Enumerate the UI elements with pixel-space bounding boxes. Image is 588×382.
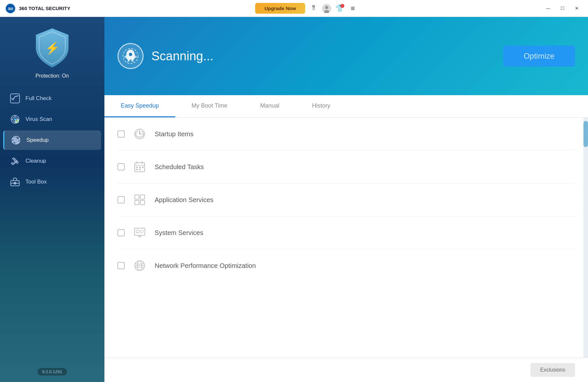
app-title: 360 TOTAL SECURITY [19,6,70,11]
cleanup-label: Cleanup [25,158,46,164]
rocket-icon-circle [117,43,144,69]
content-header: Scanning... Optimize [104,17,588,95]
tab-history[interactable]: History [296,95,347,117]
scheduled-tasks-checkbox[interactable] [117,163,125,170]
tshirt-icon[interactable]: 👕 ! [335,4,344,13]
network-performance-checkbox[interactable] [117,262,125,269]
system-services-icon [132,226,147,240]
svg-text:360: 360 [8,7,13,11]
speedup-label: Speedup [26,137,49,143]
application-services-label: Application Services [155,196,213,204]
svg-rect-29 [135,195,139,199]
items-list: Startup Items [104,118,588,358]
svg-rect-36 [136,230,139,233]
list-item: Startup Items [117,118,575,151]
scheduled-tasks-icon [132,160,147,174]
list-item: Application Services [117,184,575,216]
close-button[interactable]: ✕ [571,4,583,13]
svg-rect-26 [142,167,144,168]
startup-items-label: Startup Items [155,130,193,138]
svg-rect-14 [14,182,16,184]
speedup-icon [11,135,21,145]
svg-rect-27 [136,169,138,170]
svg-rect-30 [140,195,145,199]
startup-items-icon [132,127,147,141]
upgrade-button[interactable]: Upgrade Now [255,3,305,14]
tabs-bar: Easy Speedup My Boot Time Manual History [104,95,588,118]
svg-point-3 [325,6,328,9]
startup-items-checkbox[interactable] [117,130,125,138]
virus-scan-icon [10,114,20,125]
application-services-icon [132,193,147,207]
maximize-button[interactable]: ☐ [557,4,568,13]
svg-rect-31 [135,200,139,205]
sidebar-item-tool-box[interactable]: Tool Box [3,172,101,192]
list-item: System Services [117,216,575,249]
app-branding: 360 360 TOTAL SECURITY [5,3,70,14]
sidebar-item-speedup[interactable]: Speedup [3,130,101,150]
scanning-text: Scanning... [151,49,213,63]
shield-icon: ⚡ [33,27,72,69]
virus-scan-label: Virus Scan [25,116,52,123]
medal-icon[interactable]: 🎖 [309,4,318,13]
svg-rect-25 [139,167,141,168]
content-area: Scanning... Optimize Easy Speedup My Boo… [104,17,588,382]
network-performance-icon [132,258,147,273]
tool-box-label: Tool Box [25,179,47,185]
svg-rect-24 [136,167,138,168]
minimize-button[interactable]: — [542,4,554,13]
svg-rect-32 [140,200,145,205]
scrollbar-thumb[interactable] [583,121,588,147]
app-logo: 360 [5,3,16,14]
sidebar-item-cleanup[interactable]: Cleanup [3,151,101,171]
network-performance-label: Network Performance Optimization [155,262,256,270]
menu-icon[interactable]: ≡ [348,4,357,13]
svg-rect-28 [139,169,141,170]
tab-easy-speedup[interactable]: Easy Speedup [104,95,175,117]
list-item: Scheduled Tasks [117,151,575,184]
exclusions-button[interactable]: Exclusions [531,363,575,377]
svg-point-10 [15,120,19,123]
system-services-checkbox[interactable] [117,229,125,236]
sidebar-item-virus-scan[interactable]: Virus Scan [3,110,101,129]
user-icon[interactable] [322,4,331,13]
content-wrapper: Startup Items [104,118,588,358]
tab-my-boot-time[interactable]: My Boot Time [175,95,244,117]
system-services-label: System Services [155,229,203,237]
sidebar-navigation: Full Check Virus Scan [0,89,104,192]
window-controls: — ☐ ✕ [542,4,583,13]
svg-point-37 [141,230,143,233]
full-check-icon [10,93,20,104]
tab-manual[interactable]: Manual [244,95,296,117]
scheduled-tasks-label: Scheduled Tasks [155,163,204,171]
title-bar-center: Upgrade Now 🎖 👕 ! ≡ [255,3,357,14]
protection-status: Protection: On [36,73,69,79]
application-services-checkbox[interactable] [117,196,125,203]
shield-area: ⚡ Protection: On [33,27,72,79]
tool-box-icon [10,177,20,187]
full-check-label: Full Check [25,95,52,102]
sidebar: ⚡ Protection: On Full Check [0,17,104,382]
bottom-bar: Exclusions [104,358,588,382]
scrollbar[interactable] [583,118,588,358]
cleanup-icon [10,156,20,166]
svg-point-15 [129,53,132,56]
optimize-button[interactable]: Optimize [503,46,575,66]
main-layout: ⚡ Protection: On Full Check [0,17,588,382]
list-item: Network Performance Optimization [117,249,575,282]
header-left: Scanning... [117,43,213,69]
version-badge: 9.2.0.1291 [38,368,67,375]
title-bar: 360 360 TOTAL SECURITY Upgrade Now 🎖 👕 !… [0,0,588,17]
sidebar-item-full-check[interactable]: Full Check [3,89,101,108]
svg-text:⚡: ⚡ [45,41,60,55]
